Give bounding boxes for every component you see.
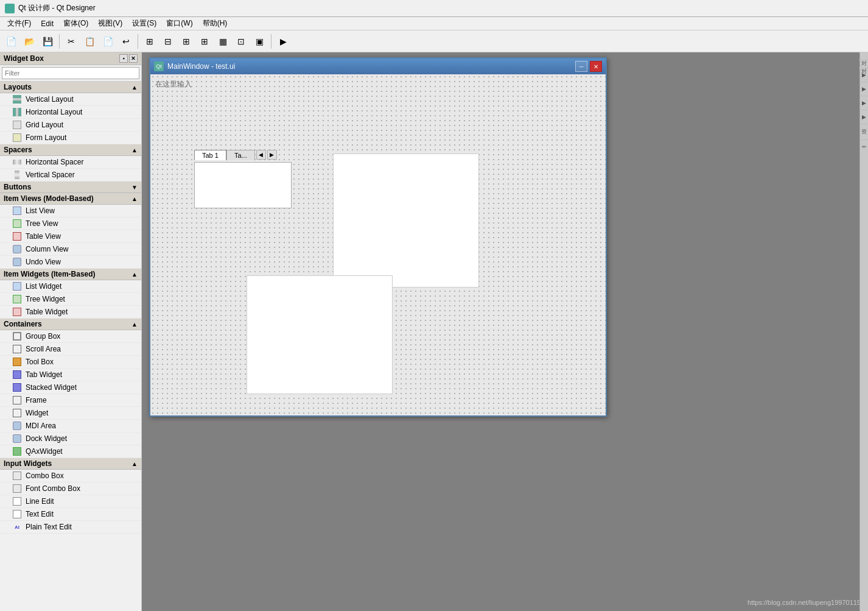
scroll-area-icon	[13, 345, 21, 353]
tree-view-icon	[13, 219, 21, 228]
main-layout: Widget Box ▪ ✕ Layouts ▲ Vertical Layout…	[0, 52, 868, 611]
toolbar-paste[interactable]: 📄	[99, 33, 116, 50]
toolbar-adjust[interactable]: ▣	[251, 33, 268, 50]
wb-item-stacked-widget[interactable]: Stacked Widget	[0, 381, 141, 394]
wb-item-dock-widget[interactable]: Dock Widget	[0, 433, 141, 445]
toolbar-save[interactable]: 💾	[39, 33, 56, 50]
wb-item-tool-box[interactable]: Tool Box	[0, 356, 141, 369]
wb-item-scroll-area[interactable]: Scroll Area	[0, 343, 141, 356]
designer-minimize-button[interactable]: ─	[575, 61, 587, 72]
section-buttons[interactable]: Buttons ▼	[0, 182, 141, 193]
wb-item-list-view[interactable]: List View	[0, 205, 141, 217]
wb-item-vertical-spacer[interactable]: Vertical Spacer	[0, 169, 141, 182]
panel-property-editor[interactable]: 对	[859, 60, 868, 68]
wb-item-horizontal-spacer[interactable]: Horizontal Spacer	[0, 156, 141, 169]
tab-nav-next[interactable]: ▶	[267, 150, 277, 160]
toolbar-break[interactable]: ⊡	[233, 33, 250, 50]
wb-item-qaxwidget[interactable]: QAxWidget	[0, 445, 141, 458]
line-edit-icon	[13, 497, 21, 506]
canvas-resize-handle[interactable]: ⋯	[596, 405, 602, 412]
widget-box-close[interactable]: ✕	[129, 54, 138, 63]
tab-item-1[interactable]: Tab 1	[194, 150, 226, 160]
canvas-widget-rect2[interactable]	[247, 275, 393, 394]
filter-input[interactable]	[2, 67, 139, 79]
mdi-area-icon	[13, 422, 21, 430]
toolbar-open[interactable]: 📂	[21, 33, 38, 50]
wb-item-horizontal-layout[interactable]: Horizontal Layout	[0, 106, 141, 119]
wb-item-plain-text-edit[interactable]: AI Plain Text Edit	[0, 521, 141, 534]
canvas-widget-rect1[interactable]	[333, 154, 479, 288]
wb-item-combo-box[interactable]: Combo Box	[0, 470, 141, 482]
panel-pencil[interactable]: ✏	[861, 140, 868, 154]
tab-bar: Tab 1 Ta... ◀ ▶	[194, 147, 292, 162]
toolbar-cut[interactable]: ✂	[63, 33, 80, 50]
widget-box-restore[interactable]: ▪	[119, 54, 128, 63]
wb-item-table-view[interactable]: Table View	[0, 230, 141, 243]
panel-object-inspector[interactable]: 对	[859, 52, 868, 60]
wb-item-text-edit[interactable]: Text Edit	[0, 508, 141, 521]
menu-help[interactable]: 帮助(H)	[198, 17, 233, 30]
designer-canvas[interactable]: 在这里输入 Tab 1 Ta... ◀ ▶ ⋯	[150, 74, 606, 415]
panel-resources[interactable]: 资	[860, 124, 868, 140]
menu-settings[interactable]: 设置(S)	[127, 17, 161, 30]
canvas-tab-widget[interactable]: Tab 1 Ta... ◀ ▶	[194, 147, 292, 208]
tree-widget-icon	[13, 295, 21, 303]
tool-box-icon	[13, 358, 21, 366]
wb-item-tree-view[interactable]: Tree View	[0, 217, 141, 230]
frame-icon	[13, 396, 21, 404]
panel-arrow2[interactable]: ▶	[861, 82, 867, 96]
toolbar-new[interactable]: 📄	[2, 33, 19, 50]
toolbar-copy[interactable]: 📋	[81, 33, 98, 50]
section-layouts[interactable]: Layouts ▲	[0, 82, 141, 93]
section-spacers-arrow: ▲	[131, 147, 138, 154]
app-icon	[5, 4, 15, 13]
section-item-widgets[interactable]: Item Widgets (Item-Based) ▲	[0, 269, 141, 280]
canvas-placeholder: 在这里输入	[155, 79, 192, 90]
vspacer-icon	[15, 171, 19, 179]
toolbar-select[interactable]: ⊞	[141, 33, 158, 50]
section-input-widgets[interactable]: Input Widgets ▲	[0, 458, 141, 470]
wb-item-undo-view[interactable]: Undo View	[0, 256, 141, 269]
toolbar-preview[interactable]: ▶	[275, 33, 292, 50]
section-item-views[interactable]: Item Views (Model-Based) ▲	[0, 193, 141, 205]
wb-item-vertical-layout[interactable]: Vertical Layout	[0, 93, 141, 106]
section-spacers[interactable]: Spacers ▲	[0, 144, 141, 156]
widget-box-header: Widget Box ▪ ✕	[0, 52, 141, 65]
wb-item-table-widget[interactable]: Table Widget	[0, 306, 141, 319]
designer-close-button[interactable]: ✕	[590, 61, 602, 72]
panel-arrow3[interactable]: ▶	[861, 96, 867, 110]
tab-content	[194, 162, 292, 208]
toolbar-undo[interactable]: ↩	[117, 33, 135, 50]
app-title: Qt 设计师 - Qt Designer	[18, 3, 96, 13]
watermark: https://blog.csdn.net/liupeng19970119	[747, 599, 861, 606]
menu-window[interactable]: 窗口(W)	[161, 17, 197, 30]
toolbar-layout-v[interactable]: ⊞	[178, 33, 195, 50]
menu-form[interactable]: 窗体(O)	[58, 17, 93, 30]
column-view-icon	[13, 245, 21, 253]
wb-item-frame[interactable]: Frame	[0, 394, 141, 407]
tab-item-2[interactable]: Ta...	[226, 150, 255, 160]
wb-item-form-layout[interactable]: Form Layout	[0, 132, 141, 144]
menu-file[interactable]: 文件(F)	[2, 17, 36, 30]
panel-arrow1[interactable]: ▶	[861, 68, 867, 82]
right-collapsed-panels: 对 对 ▶ ▶ ▶ ▶ 资 ✏	[859, 52, 868, 611]
wb-item-column-view[interactable]: Column View	[0, 243, 141, 256]
qax-widget-icon	[13, 447, 21, 456]
wb-item-list-widget[interactable]: List Widget	[0, 280, 141, 293]
wb-item-mdi-area[interactable]: MDI Area	[0, 420, 141, 433]
tab-nav-prev[interactable]: ◀	[256, 150, 266, 160]
toolbar-layout-form[interactable]: ▦	[214, 33, 231, 50]
wb-item-tree-widget[interactable]: Tree Widget	[0, 293, 141, 306]
wb-item-group-box[interactable]: Group Box	[0, 330, 141, 343]
toolbar-layout-h[interactable]: ⊟	[159, 33, 177, 50]
section-containers[interactable]: Containers ▲	[0, 319, 141, 330]
wb-item-tab-widget[interactable]: Tab Widget	[0, 369, 141, 381]
menu-edit[interactable]: Edit	[36, 18, 58, 29]
menu-view[interactable]: 视图(V)	[93, 17, 127, 30]
toolbar-layout-grid[interactable]: ⊞	[196, 33, 213, 50]
wb-item-widget[interactable]: Widget	[0, 407, 141, 420]
wb-item-font-combo-box[interactable]: Font Combo Box	[0, 482, 141, 495]
wb-item-grid-layout[interactable]: Grid Layout	[0, 119, 141, 132]
panel-arrow4[interactable]: ▶	[861, 110, 867, 124]
wb-item-line-edit[interactable]: Line Edit	[0, 495, 141, 508]
